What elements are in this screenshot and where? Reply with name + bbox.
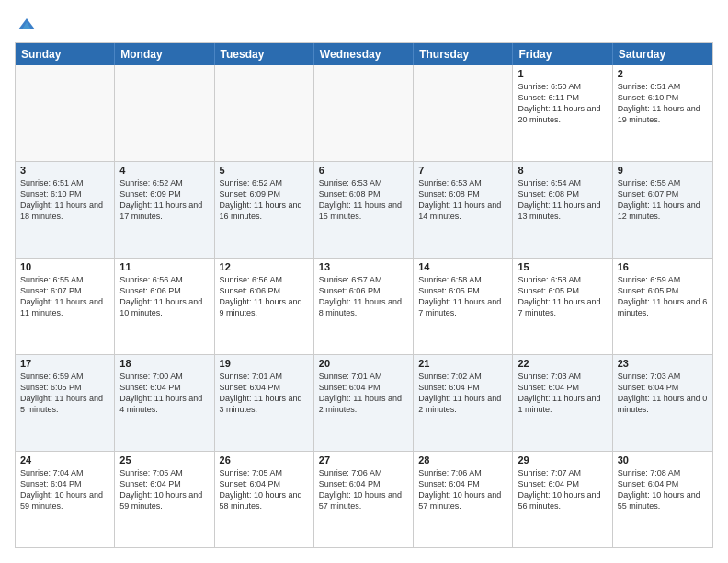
day-cell-16: 16Sunrise: 6:59 AM Sunset: 6:05 PM Dayli… (613, 259, 712, 354)
cell-info: Sunrise: 7:06 AM Sunset: 6:04 PM Dayligh… (418, 467, 507, 512)
cell-info: Sunrise: 6:51 AM Sunset: 6:10 PM Dayligh… (20, 178, 109, 223)
empty-cell (115, 65, 214, 161)
day-cell-20: 20Sunrise: 7:01 AM Sunset: 6:04 PM Dayli… (314, 355, 414, 451)
calendar-row-4: 24Sunrise: 7:04 AM Sunset: 6:04 PM Dayli… (16, 451, 712, 547)
day-cell-17: 17Sunrise: 6:59 AM Sunset: 6:05 PM Dayli… (16, 355, 115, 451)
cell-info: Sunrise: 6:52 AM Sunset: 6:09 PM Dayligh… (220, 178, 309, 223)
day-cell-27: 27Sunrise: 7:06 AM Sunset: 6:04 PM Dayli… (314, 452, 414, 547)
day-number: 6 (319, 165, 408, 176)
calendar-row-2: 10Sunrise: 6:55 AM Sunset: 6:07 PM Dayli… (16, 258, 712, 354)
day-cell-2: 2Sunrise: 6:51 AM Sunset: 6:10 PM Daylig… (613, 65, 712, 161)
empty-cell (314, 65, 414, 161)
day-number: 24 (20, 454, 109, 465)
cell-info: Sunrise: 6:56 AM Sunset: 6:06 PM Dayligh… (119, 274, 209, 319)
cell-info: Sunrise: 7:02 AM Sunset: 6:04 PM Dayligh… (418, 371, 507, 416)
day-cell-22: 22Sunrise: 7:03 AM Sunset: 6:04 PM Dayli… (513, 355, 612, 451)
day-number: 29 (518, 454, 607, 465)
day-cell-6: 6Sunrise: 6:53 AM Sunset: 6:08 PM Daylig… (314, 162, 414, 258)
day-number: 11 (119, 261, 209, 272)
cell-info: Sunrise: 6:59 AM Sunset: 6:05 PM Dayligh… (618, 274, 708, 319)
cell-info: Sunrise: 7:03 AM Sunset: 6:04 PM Dayligh… (518, 371, 607, 416)
day-cell-23: 23Sunrise: 7:03 AM Sunset: 6:04 PM Dayli… (613, 355, 712, 451)
day-cell-1: 1Sunrise: 6:50 AM Sunset: 6:11 PM Daylig… (513, 65, 612, 161)
cell-info: Sunrise: 6:50 AM Sunset: 6:11 PM Dayligh… (518, 81, 607, 126)
cell-info: Sunrise: 6:53 AM Sunset: 6:08 PM Dayligh… (319, 178, 408, 223)
day-number: 26 (220, 454, 309, 465)
cell-info: Sunrise: 6:57 AM Sunset: 6:06 PM Dayligh… (319, 274, 408, 319)
header-cell-tuesday: Tuesday (215, 43, 314, 65)
day-number: 17 (20, 358, 109, 369)
day-number: 3 (20, 165, 109, 176)
day-cell-8: 8Sunrise: 6:54 AM Sunset: 6:08 PM Daylig… (513, 162, 612, 258)
empty-cell (16, 65, 115, 161)
header-cell-wednesday: Wednesday (314, 43, 414, 65)
logo (15, 15, 37, 33)
cell-info: Sunrise: 7:05 AM Sunset: 6:04 PM Dayligh… (220, 467, 309, 512)
cell-info: Sunrise: 7:05 AM Sunset: 6:04 PM Dayligh… (119, 467, 209, 512)
day-cell-3: 3Sunrise: 6:51 AM Sunset: 6:10 PM Daylig… (16, 162, 115, 258)
day-cell-28: 28Sunrise: 7:06 AM Sunset: 6:04 PM Dayli… (414, 452, 513, 547)
day-cell-4: 4Sunrise: 6:52 AM Sunset: 6:09 PM Daylig… (115, 162, 214, 258)
cell-info: Sunrise: 7:08 AM Sunset: 6:04 PM Dayligh… (618, 467, 708, 512)
day-cell-7: 7Sunrise: 6:53 AM Sunset: 6:08 PM Daylig… (414, 162, 513, 258)
day-cell-26: 26Sunrise: 7:05 AM Sunset: 6:04 PM Dayli… (215, 452, 314, 547)
day-cell-15: 15Sunrise: 6:58 AM Sunset: 6:05 PM Dayli… (513, 259, 612, 354)
header-cell-sunday: Sunday (16, 43, 115, 65)
cell-info: Sunrise: 7:07 AM Sunset: 6:04 PM Dayligh… (518, 467, 607, 512)
day-cell-25: 25Sunrise: 7:05 AM Sunset: 6:04 PM Dayli… (115, 452, 214, 547)
day-number: 13 (319, 261, 408, 272)
cell-info: Sunrise: 6:58 AM Sunset: 6:05 PM Dayligh… (418, 274, 507, 319)
calendar: SundayMondayTuesdayWednesdayThursdayFrid… (15, 42, 713, 548)
page: SundayMondayTuesdayWednesdayThursdayFrid… (0, 0, 728, 563)
day-number: 16 (618, 261, 708, 272)
day-number: 10 (20, 261, 109, 272)
day-cell-13: 13Sunrise: 6:57 AM Sunset: 6:06 PM Dayli… (314, 259, 414, 354)
day-number: 18 (119, 358, 209, 369)
header-cell-thursday: Thursday (414, 43, 513, 65)
cell-info: Sunrise: 7:01 AM Sunset: 6:04 PM Dayligh… (319, 371, 408, 416)
calendar-row-0: 1Sunrise: 6:50 AM Sunset: 6:11 PM Daylig… (16, 65, 712, 161)
cell-info: Sunrise: 6:55 AM Sunset: 6:07 PM Dayligh… (20, 274, 109, 319)
empty-cell (215, 65, 314, 161)
cell-info: Sunrise: 7:06 AM Sunset: 6:04 PM Dayligh… (319, 467, 408, 512)
day-number: 9 (618, 165, 708, 176)
cell-info: Sunrise: 6:55 AM Sunset: 6:07 PM Dayligh… (618, 178, 708, 223)
cell-info: Sunrise: 7:03 AM Sunset: 6:04 PM Dayligh… (618, 371, 708, 416)
calendar-body: 1Sunrise: 6:50 AM Sunset: 6:11 PM Daylig… (16, 65, 712, 547)
day-cell-18: 18Sunrise: 7:00 AM Sunset: 6:04 PM Dayli… (115, 355, 214, 451)
cell-info: Sunrise: 6:59 AM Sunset: 6:05 PM Dayligh… (20, 371, 109, 416)
day-number: 14 (418, 261, 507, 272)
day-cell-10: 10Sunrise: 6:55 AM Sunset: 6:07 PM Dayli… (16, 259, 115, 354)
header-cell-saturday: Saturday (613, 43, 712, 65)
day-number: 27 (319, 454, 408, 465)
day-number: 19 (220, 358, 309, 369)
day-number: 20 (319, 358, 408, 369)
day-cell-19: 19Sunrise: 7:01 AM Sunset: 6:04 PM Dayli… (215, 355, 314, 451)
day-number: 4 (119, 165, 209, 176)
cell-info: Sunrise: 7:04 AM Sunset: 6:04 PM Dayligh… (20, 467, 109, 512)
calendar-header-row: SundayMondayTuesdayWednesdayThursdayFrid… (16, 43, 712, 65)
day-number: 2 (618, 68, 708, 79)
cell-info: Sunrise: 6:56 AM Sunset: 6:06 PM Dayligh… (220, 274, 309, 319)
day-number: 5 (220, 165, 309, 176)
day-cell-30: 30Sunrise: 7:08 AM Sunset: 6:04 PM Dayli… (613, 452, 712, 547)
logo-icon (17, 15, 37, 35)
cell-info: Sunrise: 7:01 AM Sunset: 6:04 PM Dayligh… (220, 371, 309, 416)
header (15, 15, 713, 33)
cell-info: Sunrise: 6:54 AM Sunset: 6:08 PM Dayligh… (518, 178, 607, 223)
calendar-row-3: 17Sunrise: 6:59 AM Sunset: 6:05 PM Dayli… (16, 354, 712, 451)
cell-info: Sunrise: 6:53 AM Sunset: 6:08 PM Dayligh… (418, 178, 507, 223)
day-cell-5: 5Sunrise: 6:52 AM Sunset: 6:09 PM Daylig… (215, 162, 314, 258)
day-cell-9: 9Sunrise: 6:55 AM Sunset: 6:07 PM Daylig… (613, 162, 712, 258)
cell-info: Sunrise: 7:00 AM Sunset: 6:04 PM Dayligh… (119, 371, 209, 416)
day-number: 30 (618, 454, 708, 465)
header-cell-monday: Monday (115, 43, 214, 65)
day-number: 7 (418, 165, 507, 176)
cell-info: Sunrise: 6:51 AM Sunset: 6:10 PM Dayligh… (618, 81, 708, 126)
day-number: 23 (618, 358, 708, 369)
header-cell-friday: Friday (513, 43, 612, 65)
day-number: 15 (518, 261, 607, 272)
cell-info: Sunrise: 6:52 AM Sunset: 6:09 PM Dayligh… (119, 178, 209, 223)
day-cell-12: 12Sunrise: 6:56 AM Sunset: 6:06 PM Dayli… (215, 259, 314, 354)
day-number: 8 (518, 165, 607, 176)
